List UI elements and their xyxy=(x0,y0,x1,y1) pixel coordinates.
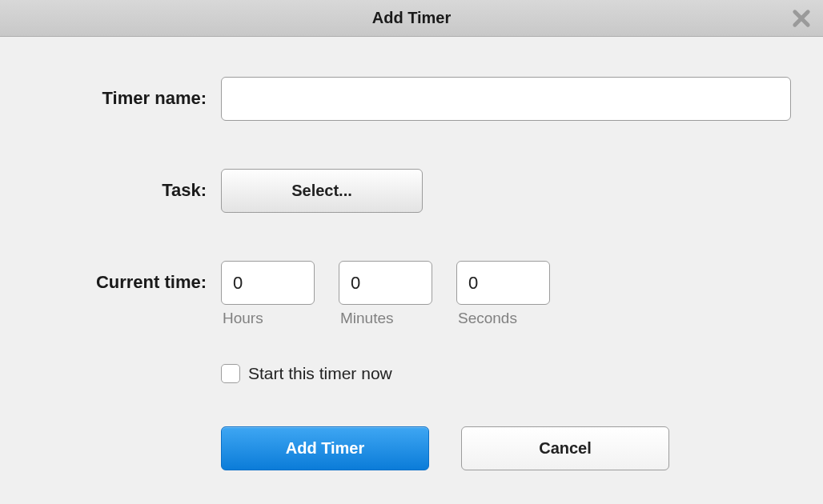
add-timer-button[interactable]: Add Timer xyxy=(221,426,429,470)
control-area-timer-name xyxy=(221,77,793,121)
minutes-input[interactable] xyxy=(339,261,432,305)
control-area-task: Select... xyxy=(221,169,793,213)
hours-group: Hours xyxy=(221,261,315,327)
seconds-sublabel: Seconds xyxy=(456,310,550,327)
cancel-button[interactable]: Cancel xyxy=(461,426,669,470)
dialog-header: Add Timer xyxy=(0,0,823,37)
row-start-now: Start this timer now xyxy=(30,364,793,383)
add-timer-dialog: Add Timer Timer name: Task: Select... Cu… xyxy=(0,0,823,504)
control-area-actions: Add Timer Cancel xyxy=(221,426,793,470)
action-buttons: Add Timer Cancel xyxy=(221,426,793,470)
row-current-time: Current time: Hours Minutes Seconds xyxy=(30,261,793,327)
hours-sublabel: Hours xyxy=(221,310,315,327)
close-icon xyxy=(790,7,813,30)
row-timer-name: Timer name: xyxy=(30,77,793,121)
hours-input[interactable] xyxy=(221,261,315,305)
row-actions: Add Timer Cancel xyxy=(30,426,793,470)
seconds-group: Seconds xyxy=(456,261,550,327)
seconds-input[interactable] xyxy=(456,261,550,305)
label-current-time: Current time: xyxy=(30,261,221,293)
label-timer-name: Timer name: xyxy=(30,77,221,109)
label-task: Task: xyxy=(30,169,221,201)
minutes-group: Minutes xyxy=(339,261,432,327)
timer-name-input[interactable] xyxy=(221,77,791,121)
dialog-title: Add Timer xyxy=(11,9,812,27)
start-now-label: Start this timer now xyxy=(248,364,392,383)
control-area-time: Hours Minutes Seconds xyxy=(221,261,793,327)
control-area-start-now: Start this timer now xyxy=(221,364,793,383)
start-now-checkbox[interactable] xyxy=(221,364,240,383)
close-button[interactable] xyxy=(788,5,815,32)
start-now-checkbox-row: Start this timer now xyxy=(221,364,793,383)
task-select-button[interactable]: Select... xyxy=(221,169,423,213)
time-inputs-group: Hours Minutes Seconds xyxy=(221,261,793,327)
minutes-sublabel: Minutes xyxy=(339,310,432,327)
dialog-body: Timer name: Task: Select... Current time… xyxy=(0,37,823,504)
row-task: Task: Select... xyxy=(30,169,793,213)
